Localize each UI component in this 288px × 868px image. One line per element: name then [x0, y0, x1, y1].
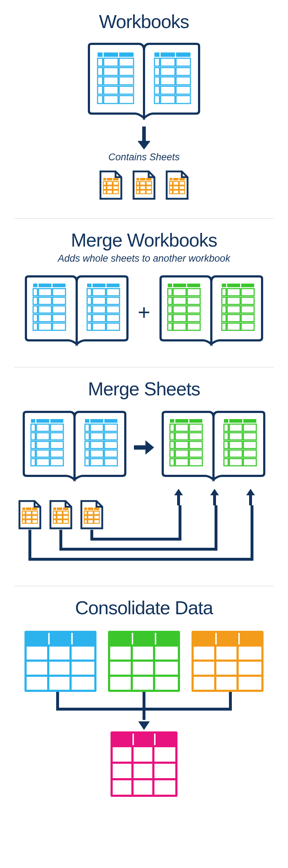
svg-rect-63 — [173, 178, 179, 180]
svg-rect-226 — [22, 508, 25, 510]
open-book-icon — [85, 42, 203, 124]
svg-rect-36 — [142, 127, 146, 142]
svg-marker-37 — [138, 141, 150, 150]
svg-rect-92 — [87, 284, 91, 287]
svg-rect-74 — [33, 284, 37, 287]
svg-rect-75 — [39, 284, 51, 287]
table-cell: 8 — [239, 660, 261, 675]
svg-marker-262 — [138, 721, 150, 730]
svg-rect-202 — [224, 419, 228, 423]
svg-rect-112 — [187, 284, 200, 287]
table-cell — [216, 644, 239, 660]
svg-rect-238 — [53, 508, 56, 510]
table-cell — [72, 675, 94, 690]
svg-rect-110 — [168, 284, 172, 287]
table-cell — [110, 675, 133, 690]
table-cell — [72, 644, 94, 660]
svg-rect-19 — [161, 52, 175, 57]
table-cell: 2 — [113, 762, 134, 778]
svg-rect-128 — [222, 284, 226, 287]
sheet-file-icon — [132, 170, 156, 200]
sheet-file-icon — [165, 170, 189, 200]
svg-rect-228 — [32, 508, 37, 510]
svg-rect-129 — [227, 284, 240, 287]
svg-rect-18 — [154, 52, 159, 57]
svg-marker-220 — [174, 489, 183, 495]
svg-rect-184 — [170, 419, 174, 423]
svg-rect-166 — [104, 419, 117, 423]
consolidate-title: Consolidate Data — [14, 597, 274, 619]
svg-rect-64 — [179, 178, 185, 180]
sheet-file-icon — [19, 501, 40, 528]
sheet-flow-connectors — [14, 489, 274, 568]
svg-rect-40 — [113, 178, 118, 180]
contains-sheets-caption: Contains Sheets — [14, 152, 274, 163]
table-cell: 5 — [133, 660, 156, 675]
section-merge-workbooks: Merge Workbooks Adds whole sheets to ano… — [0, 219, 288, 367]
svg-rect-76 — [53, 284, 66, 287]
table-cell: 9 — [239, 675, 261, 690]
source-table-orange: 789 — [192, 631, 264, 692]
svg-rect-165 — [90, 419, 103, 423]
svg-rect-251 — [88, 508, 93, 510]
table-cell — [194, 644, 216, 660]
table-cell — [110, 644, 133, 660]
svg-rect-221 — [177, 495, 180, 505]
arrow-right-icon — [134, 440, 154, 455]
svg-rect-252 — [94, 508, 99, 510]
svg-rect-250 — [84, 508, 87, 510]
table-cell: 2 — [27, 660, 49, 675]
table-cell — [194, 660, 216, 675]
svg-rect-0 — [98, 52, 103, 57]
table-cell: 4 — [133, 644, 156, 660]
svg-rect-51 — [140, 178, 145, 180]
svg-rect-20 — [176, 52, 190, 57]
table-cell: 1 — [113, 745, 134, 762]
svg-rect-185 — [175, 419, 188, 423]
workbooks-title: Workbooks — [14, 11, 274, 32]
svg-rect-38 — [103, 178, 106, 180]
table-cell — [110, 660, 133, 675]
open-book-icon — [157, 275, 266, 349]
svg-rect-240 — [63, 508, 68, 510]
svg-rect-146 — [31, 419, 35, 423]
table-cell: 7 — [154, 745, 175, 762]
merge-workbooks-subtitle: Adds whole sheets to another workbook — [14, 253, 274, 264]
svg-rect-182 — [134, 445, 146, 450]
svg-marker-224 — [246, 489, 255, 495]
table-cell — [194, 675, 216, 690]
svg-rect-130 — [241, 284, 254, 287]
arrow-down-icon — [138, 127, 150, 150]
merge-workbooks-title: Merge Workbooks — [14, 229, 274, 251]
section-merge-sheets: Merge Sheets — [0, 367, 288, 586]
svg-rect-52 — [146, 178, 152, 180]
sheet-file-icon — [50, 501, 71, 528]
svg-rect-148 — [50, 419, 63, 423]
svg-rect-204 — [243, 419, 256, 423]
svg-rect-164 — [85, 419, 89, 423]
svg-rect-2 — [119, 52, 134, 57]
table-cell — [216, 675, 239, 690]
svg-rect-203 — [229, 419, 242, 423]
table-cell — [216, 660, 239, 675]
svg-rect-111 — [173, 284, 186, 287]
consolidate-connectors — [22, 692, 266, 731]
svg-rect-239 — [57, 508, 62, 510]
table-cell — [72, 660, 94, 675]
table-cell: 8 — [154, 762, 175, 778]
table-cell: 1 — [27, 644, 49, 660]
section-consolidate: Consolidate Data 123 456 789 147258369 — [0, 586, 288, 815]
table-cell: 9 — [154, 778, 175, 795]
table-cell — [49, 675, 72, 690]
table-cell — [155, 660, 178, 675]
table-cell: 5 — [134, 762, 154, 778]
source-table-cyan: 123 — [24, 631, 96, 692]
svg-rect-225 — [249, 495, 252, 505]
table-cell — [49, 644, 72, 660]
table-cell: 6 — [134, 778, 154, 795]
table-cell — [49, 660, 72, 675]
svg-rect-186 — [189, 419, 202, 423]
svg-rect-93 — [93, 284, 105, 287]
sheet-file-icon — [99, 170, 123, 200]
svg-rect-94 — [107, 284, 120, 287]
